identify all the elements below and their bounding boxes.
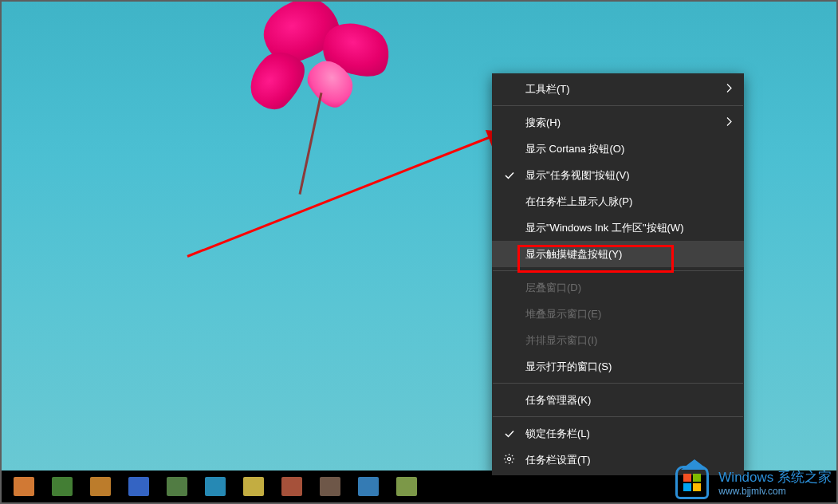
menu-label: 搜索(H) [525,116,561,130]
taskbar-app-10[interactable] [351,473,386,500]
menu-label: 锁定任务栏(L) [525,427,590,441]
menu-label: 显示 Cortana 按钮(O) [525,142,624,156]
desktop[interactable]: 工具栏(T) 搜索(H) 显示 Cortana 按钮(O) 显示"任务视图"按钮… [0,0,838,504]
taskbar-app-5[interactable] [159,473,195,500]
menu-show-touch-keyboard[interactable]: 显示触摸键盘按钮(Y) [492,241,744,267]
menu-toolbars[interactable]: 工具栏(T) [492,76,744,102]
menu-cascade-windows: 层叠窗口(D) [492,274,744,301]
wallpaper-flower [215,0,439,215]
menu-side-by-side: 并排显示窗口(I) [492,327,744,353]
app-8-icon [281,477,302,496]
menu-stack-windows: 堆叠显示窗口(E) [492,301,744,327]
menu-label: 显示打开的窗口(S) [525,360,612,374]
menu-label: 任务栏设置(T) [525,453,591,467]
watermark-url: www.bjjmlv.com [718,486,832,497]
app-6-icon [205,477,226,496]
taskbar-app-2[interactable] [45,473,80,500]
taskbar-app-8[interactable] [274,473,309,500]
menu-show-cortana[interactable]: 显示 Cortana 按钮(O) [492,136,744,162]
watermark-logo-icon [675,466,710,501]
app-11-icon [396,477,417,496]
chevron-right-icon [726,83,733,95]
check-icon [504,170,515,181]
app-10-icon [358,477,379,496]
menu-label: 显示"Windows Ink 工作区"按钮(W) [525,221,683,235]
svg-point-0 [507,457,510,460]
check-icon [504,428,515,439]
menu-label: 层叠窗口(D) [525,281,581,295]
app-2-icon [52,477,73,496]
gear-icon [503,453,515,467]
menu-separator [493,416,743,417]
app-3-icon [90,477,111,496]
taskbar-context-menu: 工具栏(T) 搜索(H) 显示 Cortana 按钮(O) 显示"任务视图"按钮… [492,73,744,475]
app-7-icon [243,477,264,496]
app-1-icon [14,477,34,496]
menu-label: 显示触摸键盘按钮(Y) [525,247,622,262]
taskbar-app-1[interactable] [6,473,41,500]
chevron-right-icon [726,116,733,128]
menu-lock-taskbar[interactable]: 锁定任务栏(L) [492,420,744,447]
menu-label: 显示"任务视图"按钮(V) [525,168,630,183]
menu-search[interactable]: 搜索(H) [492,109,744,136]
app-9-icon [320,477,340,496]
menu-show-people[interactable]: 在任务栏上显示人脉(P) [492,188,744,215]
watermark-title: Windows 系统之家 [718,470,832,486]
taskbar-app-11[interactable] [389,473,424,500]
taskbar-app-6[interactable] [198,473,233,500]
menu-label: 堆叠显示窗口(E) [525,307,601,321]
menu-separator [493,105,743,106]
taskbar-app-3[interactable] [83,473,118,500]
menu-separator [493,383,743,384]
taskbar-app-4[interactable] [121,473,156,500]
taskbar-app-7[interactable] [236,473,271,500]
watermark: Windows 系统之家 www.bjjmlv.com [675,466,832,501]
menu-show-taskview[interactable]: 显示"任务视图"按钮(V) [492,162,744,188]
menu-show-open-windows[interactable]: 显示打开的窗口(S) [492,353,744,380]
menu-label: 在任务栏上显示人脉(P) [525,195,632,209]
taskbar-app-9[interactable] [313,473,348,500]
menu-label: 工具栏(T) [525,82,570,96]
menu-task-manager[interactable]: 任务管理器(K) [492,387,744,413]
menu-label: 任务管理器(K) [525,393,591,408]
watermark-text: Windows 系统之家 www.bjjmlv.com [718,470,832,498]
menu-label: 并排显示窗口(I) [525,333,597,348]
app-4-icon [128,477,149,496]
menu-separator [493,270,743,271]
app-5-icon [167,477,187,496]
menu-show-ink[interactable]: 显示"Windows Ink 工作区"按钮(W) [492,215,744,241]
